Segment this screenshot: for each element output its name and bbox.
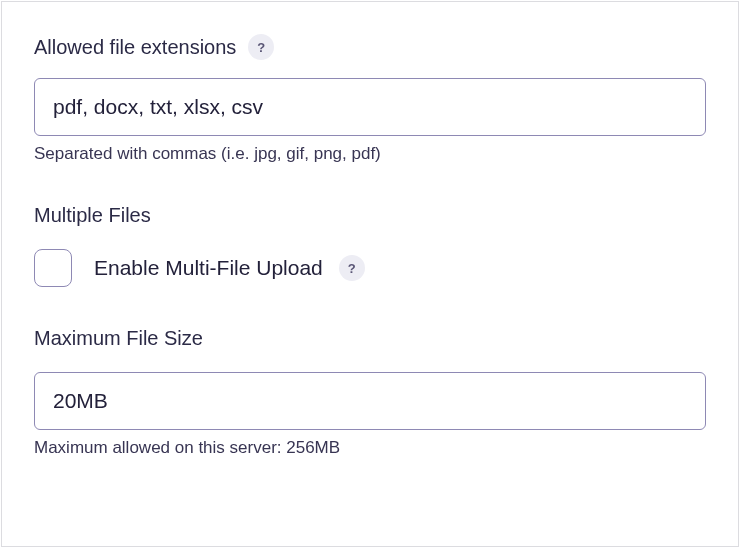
multi-file-checkbox-row: Enable Multi-File Upload ? xyxy=(34,249,706,287)
multi-file-checkbox-label-text: Enable Multi-File Upload xyxy=(94,256,323,280)
max-file-size-hint: Maximum allowed on this server: 256MB xyxy=(34,438,706,458)
help-icon[interactable]: ? xyxy=(339,255,365,281)
allowed-extensions-label: Allowed file extensions ? xyxy=(34,34,706,60)
enable-multi-file-checkbox[interactable] xyxy=(34,249,72,287)
max-file-size-input[interactable] xyxy=(34,372,706,430)
help-icon[interactable]: ? xyxy=(248,34,274,60)
max-file-size-heading: Maximum File Size xyxy=(34,327,706,350)
allowed-extensions-hint: Separated with commas (i.e. jpg, gif, pn… xyxy=(34,144,706,164)
allowed-extensions-input[interactable] xyxy=(34,78,706,136)
settings-panel: Allowed file extensions ? Separated with… xyxy=(1,1,739,547)
multi-file-checkbox-label: Enable Multi-File Upload ? xyxy=(94,255,365,281)
multiple-files-heading: Multiple Files xyxy=(34,204,706,227)
allowed-extensions-label-text: Allowed file extensions xyxy=(34,36,236,59)
